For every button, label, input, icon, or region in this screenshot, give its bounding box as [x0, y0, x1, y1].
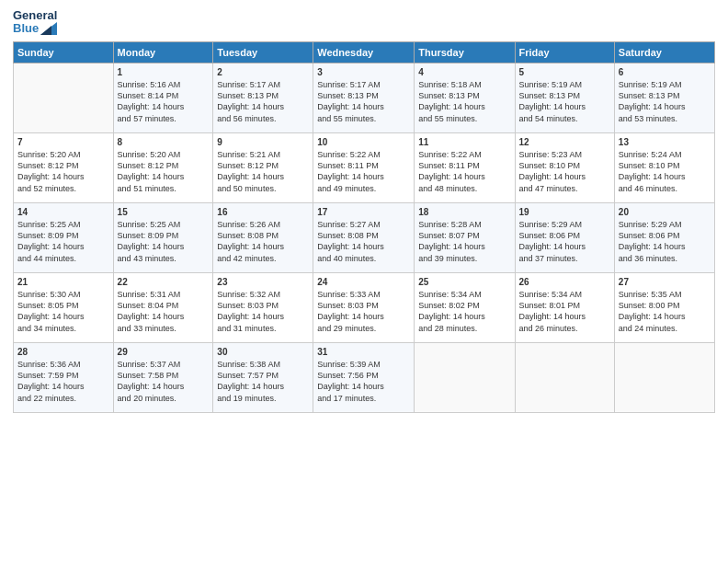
- day-info-line: Daylight: 14 hours: [619, 311, 711, 322]
- day-info-line: Daylight: 14 hours: [619, 171, 711, 182]
- day-number: 16: [217, 206, 309, 219]
- calendar-cell: [14, 63, 114, 132]
- day-info-line: Sunset: 8:03 PM: [217, 300, 309, 311]
- day-info-line: Sunrise: 5:19 AM: [519, 79, 610, 90]
- day-info-line: Sunrise: 5:25 AM: [118, 219, 210, 230]
- day-info-line: Sunset: 8:10 PM: [519, 160, 610, 171]
- day-info-line: Sunset: 8:00 PM: [619, 300, 711, 311]
- calendar-cell: 29Sunrise: 5:37 AMSunset: 7:58 PMDayligh…: [113, 342, 213, 412]
- day-info-line: Daylight: 14 hours: [118, 381, 210, 392]
- day-info-line: Sunrise: 5:32 AM: [217, 289, 309, 300]
- day-info-line: Sunset: 8:14 PM: [118, 90, 210, 101]
- calendar-cell: 3Sunrise: 5:17 AMSunset: 8:13 PMDaylight…: [313, 63, 415, 132]
- day-number: 27: [619, 276, 711, 289]
- day-info-line: Daylight: 14 hours: [418, 311, 510, 322]
- day-info-line: Sunset: 7:59 PM: [17, 370, 109, 381]
- day-info-line: and 33 minutes.: [118, 323, 210, 334]
- day-info-line: Sunset: 8:13 PM: [619, 90, 711, 101]
- day-number: 12: [519, 136, 610, 149]
- day-info-line: Sunrise: 5:28 AM: [418, 219, 510, 230]
- day-number: 1: [118, 66, 210, 79]
- day-info-line: Sunset: 8:06 PM: [519, 230, 610, 241]
- day-info-line: and 48 minutes.: [418, 183, 510, 194]
- calendar-cell: 10Sunrise: 5:22 AMSunset: 8:11 PMDayligh…: [313, 132, 415, 202]
- calendar-cell: 21Sunrise: 5:30 AMSunset: 8:05 PMDayligh…: [14, 272, 114, 342]
- day-info-line: Sunset: 8:08 PM: [317, 230, 410, 241]
- day-info-line: Sunrise: 5:37 AM: [118, 359, 210, 370]
- day-info-line: and 44 minutes.: [17, 253, 109, 264]
- day-info-line: Sunrise: 5:38 AM: [217, 359, 309, 370]
- calendar-cell: 8Sunrise: 5:20 AMSunset: 8:12 PMDaylight…: [113, 132, 213, 202]
- day-info-line: Daylight: 14 hours: [217, 171, 309, 182]
- day-info-line: and 51 minutes.: [118, 183, 210, 194]
- calendar-table: SundayMondayTuesdayWednesdayThursdayFrid…: [13, 41, 715, 413]
- day-info-line: and 37 minutes.: [519, 253, 610, 264]
- day-info-line: Sunset: 8:13 PM: [217, 90, 309, 101]
- day-info-line: Sunrise: 5:17 AM: [217, 79, 309, 90]
- logo-arrow-icon: [40, 22, 57, 35]
- calendar-cell: 24Sunrise: 5:33 AMSunset: 8:03 PMDayligh…: [313, 272, 415, 342]
- day-info-line: and 55 minutes.: [418, 113, 510, 124]
- calendar-cell: 31Sunrise: 5:39 AMSunset: 7:56 PMDayligh…: [313, 342, 415, 412]
- calendar-cell: 14Sunrise: 5:25 AMSunset: 8:09 PMDayligh…: [14, 202, 114, 272]
- day-info-line: Daylight: 14 hours: [118, 101, 210, 112]
- day-number: 22: [118, 276, 210, 289]
- day-info-line: Sunrise: 5:36 AM: [17, 359, 109, 370]
- day-info-line: Sunset: 8:10 PM: [619, 160, 711, 171]
- day-info-line: and 49 minutes.: [317, 183, 410, 194]
- day-info-line: Sunrise: 5:19 AM: [619, 79, 711, 90]
- column-header-sunday: Sunday: [14, 41, 114, 63]
- day-info-line: and 39 minutes.: [418, 253, 510, 264]
- logo: General Blue: [13, 9, 57, 36]
- calendar-cell: 18Sunrise: 5:28 AMSunset: 8:07 PMDayligh…: [415, 202, 515, 272]
- day-info-line: Sunset: 8:09 PM: [118, 230, 210, 241]
- day-info-line: Daylight: 14 hours: [217, 381, 309, 392]
- day-info-line: Sunset: 7:57 PM: [217, 370, 309, 381]
- calendar-cell: 25Sunrise: 5:34 AMSunset: 8:02 PMDayligh…: [415, 272, 515, 342]
- svg-marker-1: [40, 26, 51, 35]
- column-header-tuesday: Tuesday: [213, 41, 313, 63]
- day-info-line: Sunrise: 5:22 AM: [317, 149, 410, 160]
- calendar-cell: 13Sunrise: 5:24 AMSunset: 8:10 PMDayligh…: [614, 132, 714, 202]
- logo-blue: Blue: [13, 22, 57, 35]
- day-info-line: and 43 minutes.: [118, 253, 210, 264]
- day-info-line: Sunrise: 5:24 AM: [619, 149, 711, 160]
- page-header: General Blue: [13, 9, 715, 36]
- day-info-line: Sunrise: 5:16 AM: [118, 79, 210, 90]
- calendar-cell: 19Sunrise: 5:29 AMSunset: 8:06 PMDayligh…: [515, 202, 614, 272]
- calendar-cell: 1Sunrise: 5:16 AMSunset: 8:14 PMDaylight…: [113, 63, 213, 132]
- day-info-line: Sunset: 7:58 PM: [118, 370, 210, 381]
- calendar-cell: 2Sunrise: 5:17 AMSunset: 8:13 PMDaylight…: [213, 63, 313, 132]
- day-info-line: Sunrise: 5:33 AM: [317, 289, 410, 300]
- calendar-cell: [614, 342, 714, 412]
- day-info-line: Sunset: 7:56 PM: [317, 370, 410, 381]
- day-info-line: Daylight: 14 hours: [118, 311, 210, 322]
- calendar-cell: 5Sunrise: 5:19 AMSunset: 8:13 PMDaylight…: [515, 63, 614, 132]
- day-number: 25: [418, 276, 510, 289]
- day-info-line: Daylight: 14 hours: [217, 241, 309, 252]
- column-header-thursday: Thursday: [415, 41, 515, 63]
- day-info-line: Sunrise: 5:26 AM: [217, 219, 309, 230]
- day-info-line: Daylight: 14 hours: [217, 101, 309, 112]
- day-info-line: Sunrise: 5:20 AM: [118, 149, 210, 160]
- day-info-line: Sunrise: 5:29 AM: [519, 219, 610, 230]
- day-info-line: Sunrise: 5:39 AM: [317, 359, 410, 370]
- column-header-friday: Friday: [515, 41, 614, 63]
- day-info-line: Sunset: 8:04 PM: [118, 300, 210, 311]
- calendar-cell: 28Sunrise: 5:36 AMSunset: 7:59 PMDayligh…: [14, 342, 114, 412]
- day-number: 18: [418, 206, 510, 219]
- day-number: 24: [317, 276, 410, 289]
- logo-general: General: [13, 9, 57, 22]
- day-info-line: Sunset: 8:13 PM: [418, 90, 510, 101]
- day-number: 28: [17, 346, 109, 359]
- day-info-line: Daylight: 14 hours: [317, 171, 410, 182]
- column-header-saturday: Saturday: [614, 41, 714, 63]
- day-info-line: Sunset: 8:06 PM: [619, 230, 711, 241]
- day-info-line: and 53 minutes.: [619, 113, 711, 124]
- day-info-line: and 46 minutes.: [619, 183, 711, 194]
- day-info-line: Sunset: 8:03 PM: [317, 300, 410, 311]
- calendar-cell: 22Sunrise: 5:31 AMSunset: 8:04 PMDayligh…: [113, 272, 213, 342]
- day-number: 26: [519, 276, 610, 289]
- day-number: 17: [317, 206, 410, 219]
- day-info-line: and 54 minutes.: [519, 113, 610, 124]
